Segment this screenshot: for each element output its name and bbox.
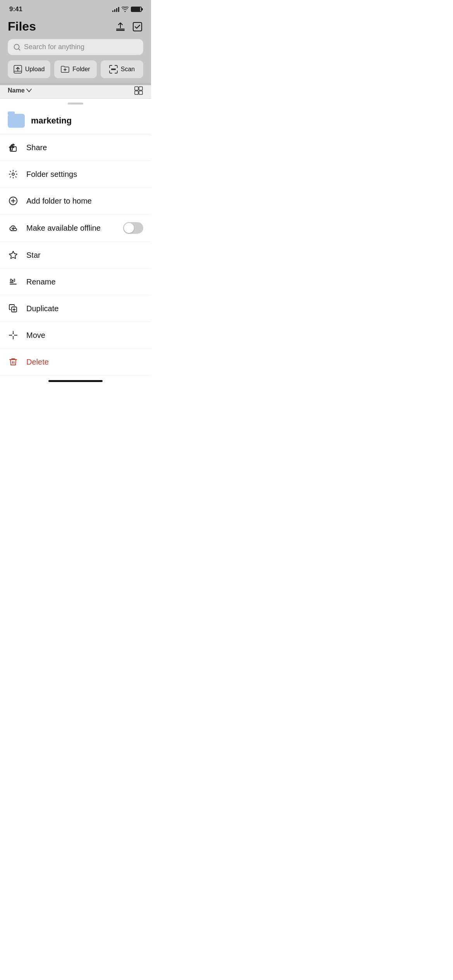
rename-icon	[8, 276, 19, 287]
search-placeholder: Search for anything	[24, 43, 84, 51]
svg-point-12	[12, 173, 14, 175]
folder-name: marketing	[31, 116, 72, 126]
battery-icon	[131, 7, 142, 12]
move-label: Move	[26, 331, 143, 340]
offline-toggle[interactable]	[123, 222, 143, 234]
quick-upload-button[interactable]: Upload	[8, 60, 50, 78]
add-circle-icon	[8, 195, 19, 206]
star-label: Star	[26, 251, 143, 260]
drag-handle-area	[0, 99, 151, 107]
add-to-home-label: Add folder to home	[26, 197, 143, 206]
quick-folder-label: Folder	[72, 66, 90, 73]
search-bar[interactable]: Search for anything	[8, 39, 143, 55]
quick-actions: Upload Folder Scan	[8, 60, 143, 78]
svg-rect-2	[133, 22, 142, 31]
duplicate-icon	[8, 303, 19, 314]
quick-scan-label: Scan	[121, 66, 135, 73]
quick-scan-button[interactable]: Scan	[101, 60, 143, 78]
search-icon	[13, 43, 21, 51]
star-icon	[8, 250, 19, 260]
offline-label: Make available offline	[26, 224, 115, 233]
home-bar	[48, 380, 103, 382]
drag-handle	[68, 103, 83, 105]
sort-label[interactable]: Name	[8, 87, 32, 94]
svg-rect-0	[116, 29, 125, 29]
menu-item-offline[interactable]: Make available offline	[0, 214, 151, 242]
upload-button[interactable]	[115, 21, 126, 33]
settings-icon	[8, 169, 19, 180]
status-icons	[112, 7, 142, 12]
bottom-sheet: marketing Share Folder settings	[0, 99, 151, 385]
status-time: 9:41	[9, 5, 22, 13]
duplicate-label: Duplicate	[26, 304, 143, 313]
delete-label: Delete	[26, 358, 143, 367]
select-button[interactable]	[132, 21, 143, 33]
rename-label: Rename	[26, 278, 143, 286]
share-label: Share	[26, 143, 143, 152]
svg-rect-9	[139, 91, 142, 94]
header-row: Files	[8, 19, 143, 34]
menu-item-duplicate[interactable]: Duplicate	[0, 295, 151, 322]
view-toggle-button[interactable]	[134, 86, 143, 95]
menu-item-move[interactable]: Move	[0, 322, 151, 349]
sort-bar: Name	[0, 83, 151, 99]
share-icon	[8, 142, 19, 153]
svg-rect-8	[135, 91, 138, 94]
svg-rect-14	[10, 284, 17, 284]
menu-item-folder-settings[interactable]: Folder settings	[0, 161, 151, 188]
trash-icon	[8, 356, 19, 367]
quick-upload-label: Upload	[25, 66, 45, 73]
status-bar: 9:41	[0, 0, 151, 16]
cloud-download-icon	[8, 223, 19, 233]
svg-rect-7	[139, 87, 142, 90]
page-title: Files	[8, 19, 36, 34]
svg-rect-6	[135, 87, 138, 90]
signal-icon	[112, 7, 119, 12]
toggle-knob	[124, 223, 134, 233]
folder-header-item: marketing	[0, 107, 151, 134]
wifi-icon	[122, 7, 129, 12]
quick-folder-button[interactable]: Folder	[54, 60, 97, 78]
header-area: Files	[0, 16, 151, 83]
menu-item-share[interactable]: Share	[0, 134, 151, 161]
svg-rect-1	[116, 30, 125, 31]
svg-rect-5	[111, 69, 116, 70]
menu-item-delete[interactable]: Delete	[0, 349, 151, 375]
menu-item-add-to-home[interactable]: Add folder to home	[0, 188, 151, 214]
svg-rect-15	[10, 282, 14, 283]
folder-icon	[8, 114, 25, 128]
menu-item-star[interactable]: Star	[0, 242, 151, 269]
menu-item-rename[interactable]: Rename	[0, 269, 151, 295]
header-actions	[115, 21, 143, 33]
home-indicator	[0, 375, 151, 385]
move-icon	[8, 330, 19, 341]
folder-settings-label: Folder settings	[26, 170, 143, 179]
